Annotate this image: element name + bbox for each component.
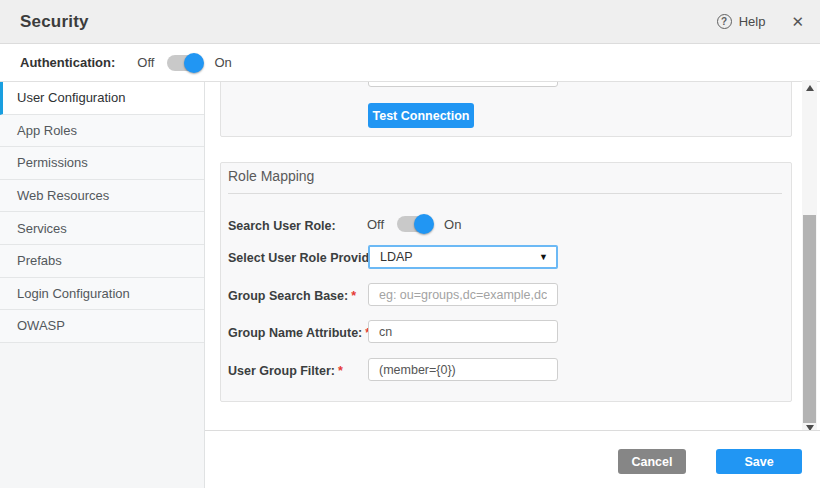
user-role-provider-label-text: Select User Role Provider: <box>228 251 385 265</box>
help-button[interactable]: ? Help <box>717 14 766 29</box>
group-name-attribute-label: Group Name Attribute:* <box>228 325 370 341</box>
group-name-attribute-input[interactable] <box>368 320 558 343</box>
user-role-provider-select[interactable]: LDAP ▼ <box>368 245 558 269</box>
required-asterisk: * <box>338 364 343 378</box>
search-user-role-toggle[interactable] <box>397 216 431 232</box>
save-button[interactable]: Save <box>716 449 802 474</box>
test-connection-button[interactable]: Test Connection <box>368 103 474 128</box>
page-title: Security <box>20 12 89 32</box>
ldap-config-input-partial[interactable] <box>368 82 558 87</box>
authentication-off-label: Off <box>137 55 154 70</box>
dialog-header: Security ? Help ✕ <box>0 0 820 44</box>
sidebar-item-permissions[interactable]: Permissions <box>0 147 204 180</box>
scroll-up-icon[interactable] <box>806 85 814 91</box>
search-user-role-label-text: Search User Role: <box>228 219 336 233</box>
provider-settings-card <box>220 82 792 137</box>
authentication-row: Authentication: Off On <box>0 44 820 82</box>
sidebar-item-login-configuration[interactable]: Login Configuration <box>0 278 204 311</box>
search-user-role-toggle-group: Off On <box>367 216 461 232</box>
sidebar-item-prefabs[interactable]: Prefabs <box>0 245 204 278</box>
required-asterisk: * <box>351 289 356 303</box>
user-group-filter-label: User Group Filter:* <box>228 363 343 379</box>
footer-buttons: Cancel Save <box>618 449 802 474</box>
role-mapping-divider <box>228 193 782 194</box>
authentication-toggle-group: Off On <box>137 55 231 71</box>
dialog-footer: Cancel Save <box>205 430 820 488</box>
group-search-base-label: Group Search Base:* <box>228 288 356 304</box>
close-icon[interactable]: ✕ <box>791 14 804 29</box>
sidebar-item-services[interactable]: Services <box>0 212 204 245</box>
main-content: Test Connection Role Mapping Search User… <box>205 82 820 430</box>
sidebar-item-user-configuration[interactable]: User Configuration <box>0 82 204 115</box>
search-user-role-label: Search User Role: <box>228 218 336 234</box>
authentication-on-label: On <box>214 55 231 70</box>
settings-sidebar: User Configuration App Roles Permissions… <box>0 82 205 488</box>
dropdown-caret-icon: ▼ <box>539 252 548 262</box>
scrollbar-thumb[interactable] <box>803 215 816 423</box>
vertical-scrollbar[interactable] <box>802 80 817 436</box>
group-search-base-label-text: Group Search Base: <box>228 289 348 303</box>
cancel-button[interactable]: Cancel <box>618 449 686 474</box>
help-label: Help <box>739 14 766 29</box>
help-question-icon: ? <box>717 14 732 29</box>
user-group-filter-label-text: User Group Filter: <box>228 364 335 378</box>
search-user-role-on-label: On <box>444 217 461 232</box>
group-search-base-input[interactable] <box>368 283 558 306</box>
security-dialog: Security ? Help ✕ Authentication: Off On… <box>0 0 820 488</box>
search-user-role-off-label: Off <box>367 217 384 232</box>
toggle-knob <box>414 214 434 234</box>
sidebar-item-owasp[interactable]: OWASP <box>0 310 204 343</box>
toggle-knob <box>184 53 204 73</box>
user-group-filter-input[interactable] <box>368 358 558 381</box>
group-name-attribute-label-text: Group Name Attribute: <box>228 326 362 340</box>
user-role-provider-label: Select User Role Provider: <box>228 250 385 266</box>
user-role-provider-value: LDAP <box>380 250 413 264</box>
authentication-toggle[interactable] <box>167 55 201 71</box>
sidebar-item-web-resources[interactable]: Web Resources <box>0 180 204 213</box>
authentication-label: Authentication: <box>20 55 115 70</box>
role-mapping-title: Role Mapping <box>228 168 314 184</box>
sidebar-item-app-roles[interactable]: App Roles <box>0 115 204 148</box>
